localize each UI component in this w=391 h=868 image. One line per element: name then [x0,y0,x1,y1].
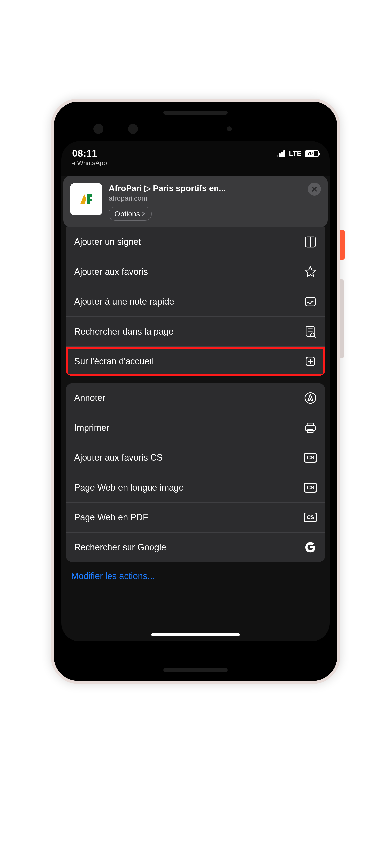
sheet-title: AfroPari ▷ Paris sportifs en... [109,183,321,193]
phone-volume-button [340,279,343,359]
menu-label: Sur l'écran d'accueil [74,356,153,367]
menu-label: Annoter [74,393,105,403]
menu-cs-long-image[interactable]: Page Web en longue image CS [66,472,325,502]
menu-label: Rechercher dans la page [74,327,173,337]
phone-speaker [163,668,228,672]
menu-cs-pdf[interactable]: Page Web en PDF CS [66,502,325,532]
phone-frame: 08:11 LTE 70 ◂ WhatsApp AfroPari ▷ Paris… [51,99,340,684]
battery-percent: 70 [306,151,314,156]
sheet-url: afropari.com [109,194,321,203]
star-icon [304,266,317,278]
svg-rect-7 [308,430,313,433]
menu-group-primary: Ajouter un signet Ajouter aux favoris Aj… [66,227,325,376]
phone-camera [128,124,138,134]
menu-find-on-page[interactable]: Rechercher dans la page [66,316,325,346]
status-bar: 08:11 LTE 70 [61,141,330,159]
edit-actions-link[interactable]: Modifier les actions... [61,562,330,586]
phone-sensor-dot [227,126,232,131]
menu-cs-favorite[interactable]: Ajouter aux favoris CS CS [66,443,325,472]
menu-label: Rechercher sur Google [74,542,166,553]
battery-icon: 70 [305,150,319,157]
menu-add-quick-note[interactable]: Ajouter à une note rapide [66,287,325,316]
status-right: LTE 70 [277,150,319,157]
menu-add-bookmark[interactable]: Ajouter un signet [66,227,325,257]
chevron-right-icon [141,212,146,216]
find-on-page-icon [304,325,317,338]
google-icon [304,541,317,554]
phone-screen: 08:11 LTE 70 ◂ WhatsApp AfroPari ▷ Paris… [61,141,330,641]
sheet-header: AfroPari ▷ Paris sportifs en... afropari… [63,176,328,227]
cs-icon: CS [304,511,317,524]
home-indicator[interactable] [151,633,240,636]
status-time: 08:11 [72,148,97,159]
menu-label: Ajouter un signet [74,237,141,247]
book-icon [304,236,317,248]
menu-markup[interactable]: Annoter [66,383,325,413]
cs-icon: CS [304,451,317,464]
menu-label: Ajouter à une note rapide [74,297,174,307]
markup-icon [304,392,317,404]
menu-label: Ajouter aux favoris [74,267,148,277]
menu-label: Page Web en PDF [74,512,148,523]
cs-icon: CS [304,481,317,494]
note-icon [304,295,317,308]
menu-add-to-home-screen[interactable]: Sur l'écran d'accueil [66,346,325,376]
menu-group-secondary: Annoter Imprimer Ajouter aux favoris CS … [66,383,325,562]
menu-label: Ajouter aux favoris CS [74,453,163,463]
svg-rect-0 [306,298,315,306]
print-icon [304,422,317,434]
close-button[interactable] [308,183,321,195]
phone-power-button [340,230,344,260]
close-icon [311,186,317,192]
signal-icon [277,150,285,157]
menu-label: Imprimer [74,423,109,433]
menu-google-search[interactable]: Rechercher sur Google [66,532,325,562]
options-button[interactable]: Options [109,207,151,221]
menu-print[interactable]: Imprimer [66,413,325,443]
phone-earpiece [163,111,228,115]
menu-label: Page Web en longue image [74,483,184,493]
options-label: Options [114,210,140,218]
site-favicon [70,183,102,215]
menu-add-favorite[interactable]: Ajouter aux favoris [66,257,325,287]
status-back-app[interactable]: ◂ WhatsApp [61,159,330,169]
share-sheet: AfroPari ▷ Paris sportifs en... afropari… [61,176,330,641]
phone-camera [93,124,103,134]
network-label: LTE [289,150,302,157]
add-to-home-icon [304,355,317,368]
